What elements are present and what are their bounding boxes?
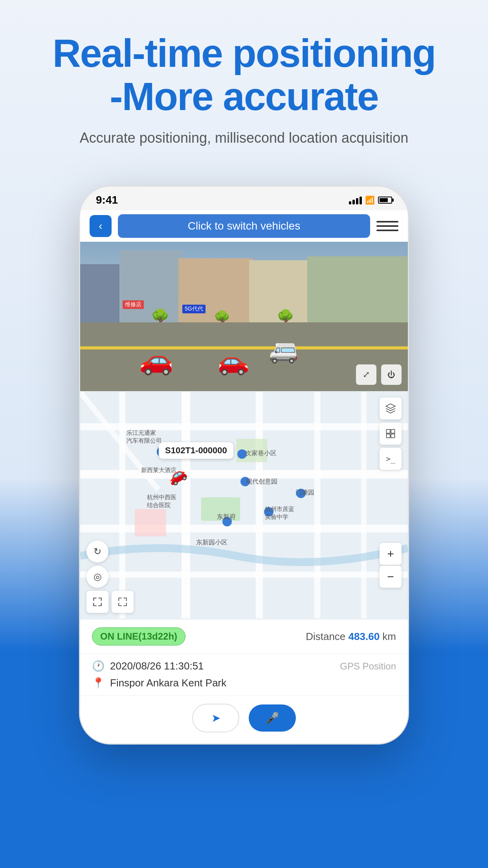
battery-icon (378, 197, 392, 204)
svg-rect-17 (391, 434, 394, 438)
navigate-icon: ➤ (211, 712, 220, 725)
signal-icon (349, 196, 362, 204)
street-view-controls: ⤢ ⏻ (356, 364, 402, 385)
status-icons: 📶 (349, 195, 392, 205)
location-value: Finspor Ankara Kent Park (110, 677, 226, 689)
phone-container: 9:41 📶 ‹ Click to switch vehicles (79, 186, 409, 745)
distance-info: Distance 483.60 km (306, 631, 396, 643)
navigate-button[interactable]: ➤ (192, 704, 239, 732)
main-title-line2: -More accurate (24, 75, 464, 118)
menu-line-1 (376, 221, 398, 223)
svg-rect-7 (256, 392, 263, 618)
map-label-place-7: 门塘园 (295, 489, 314, 497)
shop-sign-1: 维修店 (123, 300, 144, 309)
terminal-button[interactable]: >_ (380, 448, 402, 470)
building-1 (80, 264, 123, 327)
layers-button[interactable] (380, 397, 402, 419)
map-right-controls: >_ (380, 397, 402, 470)
mic-icon: 🎤 (266, 712, 279, 725)
subtitle-text: Accurate positioning, millisecond locati… (24, 130, 464, 146)
map-label-place-9: 乐江元通家汽车有限公司 (127, 429, 162, 444)
zoom-in-button[interactable]: + (380, 543, 402, 565)
vehicle-label: S102T1-000000 (159, 442, 233, 459)
svg-rect-13 (135, 509, 166, 537)
info-bar: ON LINE(13d22h) Distance 483.60 km (80, 619, 408, 653)
main-title-line1: Real-time positioning (24, 31, 464, 75)
svg-rect-5 (119, 392, 125, 618)
bottom-action-bar: ➤ 🎤 (80, 695, 408, 743)
location-icon: 📍 (92, 677, 105, 689)
datetime-row: 🕐 2020/08/26 11:30:51 GPS Position (92, 660, 396, 672)
map-area: + 次家巷小区 现代创意园 东新府 东新园小区 杭州中西医结合医院 杭州市蔗蓝实… (80, 391, 408, 619)
svg-rect-6 (182, 392, 190, 618)
map-label-place-5: 杭州中西医结合医院 (147, 493, 176, 509)
building-5 (307, 256, 408, 327)
wifi-icon: 📶 (365, 195, 375, 205)
shop-sign-2: 5G代代 (182, 305, 205, 313)
menu-line-3 (376, 230, 398, 231)
nav-bar: ‹ Click to switch vehicles (80, 210, 408, 242)
map-label-place-2: 现代创意园 (246, 478, 277, 486)
map-label-place-3: 东新府 (217, 513, 236, 521)
clock-icon: 🕐 (92, 660, 105, 672)
phone-frame: 9:41 📶 ‹ Click to switch vehicles (79, 186, 409, 745)
map-label-place-6: 杭州市蔗蓝实验中学 (265, 505, 294, 520)
street-view-bg: 维修店 5G代代 🌳 🌳 🌳 🚗 🚗 🚐 ⤢ ⏻ (80, 242, 408, 391)
svg-rect-14 (387, 430, 390, 433)
menu-button[interactable] (376, 215, 398, 237)
car-3: 🚐 (269, 337, 298, 364)
online-badge: ON LINE(13d22h) (92, 627, 185, 645)
car-2: 🚗 (218, 346, 250, 376)
switch-vehicles-tooltip[interactable]: Click to switch vehicles (118, 214, 370, 238)
menu-line-2 (376, 225, 398, 227)
mic-button[interactable]: 🎤 (249, 704, 296, 732)
zoom-out-button[interactable]: − (380, 566, 402, 588)
status-bar: 9:41 📶 (80, 187, 408, 210)
distance-label: Distance (306, 631, 345, 642)
svg-rect-15 (391, 430, 394, 433)
svg-rect-16 (387, 434, 390, 438)
power-button[interactable]: ⏻ (381, 364, 402, 385)
svg-rect-3 (80, 525, 408, 533)
map-frame-buttons (86, 591, 134, 613)
map-svg (80, 391, 408, 619)
frame-button-2[interactable] (112, 591, 134, 613)
gps-label: GPS Position (340, 661, 396, 672)
car-1: 🚗 (139, 344, 173, 376)
svg-rect-9 (361, 392, 367, 618)
back-button[interactable]: ‹ (90, 215, 112, 237)
map-label-place-4: 东新园小区 (196, 539, 227, 547)
datetime-value: 2020/08/26 11:30:51 (110, 660, 204, 672)
street-view: 维修店 5G代代 🌳 🌳 🌳 🚗 🚗 🚐 ⤢ ⏻ (80, 242, 408, 391)
header-section: Real-time positioning -More accurate Acc… (0, 0, 488, 162)
location-row: 📍 Finspor Ankara Kent Park (92, 677, 396, 689)
frame-button-1[interactable] (86, 591, 108, 613)
svg-rect-8 (314, 392, 321, 618)
map-zoom-controls: + − (380, 543, 402, 588)
expand-button[interactable]: ⤢ (356, 364, 376, 385)
fence-button[interactable] (380, 423, 402, 445)
status-time: 9:41 (96, 194, 118, 206)
refresh-button[interactable]: ↻ (86, 541, 108, 563)
target-button[interactable]: ◎ (86, 566, 108, 588)
svg-rect-4 (80, 572, 408, 578)
map-label-place-1: 次家巷小区 (245, 449, 277, 458)
detail-bar: 🕐 2020/08/26 11:30:51 GPS Position 📍 Fin… (80, 653, 408, 695)
map-left-controls: ↻ ◎ (86, 541, 108, 588)
